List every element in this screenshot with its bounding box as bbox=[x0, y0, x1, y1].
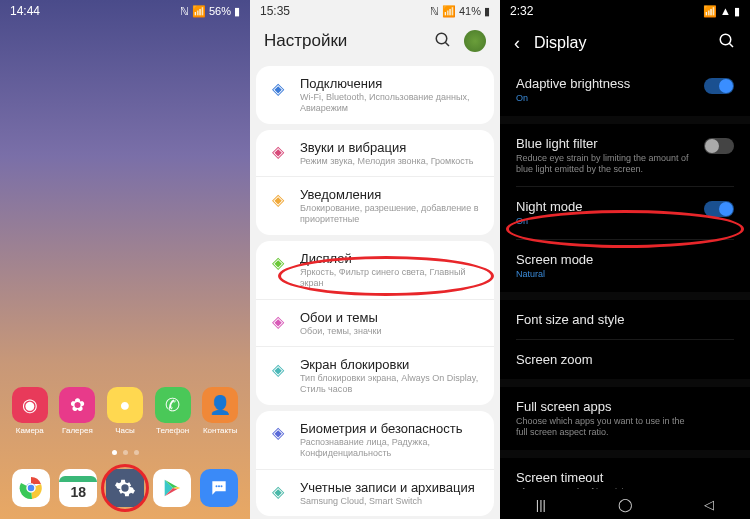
app-icon: ● bbox=[107, 387, 143, 423]
search-icon[interactable] bbox=[434, 31, 454, 51]
settings-header: Настройки bbox=[250, 22, 500, 60]
display-item-sub: On bbox=[516, 93, 734, 104]
svg-point-5 bbox=[220, 485, 222, 487]
play-store-icon[interactable] bbox=[153, 469, 191, 507]
app-Галерея[interactable]: ✿Галерея bbox=[56, 387, 98, 435]
app-Часы[interactable]: ●Часы bbox=[104, 387, 146, 435]
display-settings-panel: 2:32 📶 ▲ ▮ ‹ Display Adaptive brightness… bbox=[500, 0, 750, 519]
settings-item-sub: Wi-Fi, Bluetooth, Использование данных, … bbox=[300, 92, 482, 114]
settings-item[interactable]: ◈Обои и темыОбои, темы, значки bbox=[256, 299, 494, 347]
nfc-icon: ℕ bbox=[430, 5, 439, 18]
display-item-title: Full screen apps bbox=[516, 399, 734, 414]
calendar-icon[interactable]: 18 bbox=[59, 469, 97, 507]
settings-item-title: Уведомления bbox=[300, 187, 482, 202]
settings-group: ◈Биометрия и безопасностьРаспознавание л… bbox=[256, 411, 494, 516]
status-right: ℕ 📶 56% ▮ bbox=[180, 5, 240, 18]
display-item[interactable]: Font size and style bbox=[500, 300, 750, 339]
settings-item-sub: Samsung Cloud, Smart Switch bbox=[300, 496, 482, 507]
settings-item-sub: Тип блокировки экрана, Always On Display… bbox=[300, 373, 482, 395]
signal-icon: 📶 bbox=[192, 5, 206, 18]
settings-panel: 15:35 ℕ 📶 41% ▮ Настройки ◈ПодключенияWi… bbox=[250, 0, 500, 519]
app-icon: ✆ bbox=[155, 387, 191, 423]
app-icon: ◉ bbox=[12, 387, 48, 423]
display-item-sub: Reduce eye strain by limiting the amount… bbox=[516, 153, 734, 175]
toggle-switch[interactable] bbox=[704, 201, 734, 217]
app-icon: 👤 bbox=[202, 387, 238, 423]
settings-group: ◈ПодключенияWi-Fi, Bluetooth, Использова… bbox=[256, 66, 494, 124]
settings-item-title: Звуки и вибрация bbox=[300, 140, 482, 155]
back-icon[interactable]: ‹ bbox=[514, 33, 520, 54]
svg-point-2 bbox=[27, 484, 35, 492]
settings-item-icon: ◈ bbox=[268, 78, 288, 98]
display-item[interactable]: Screen zoom bbox=[500, 340, 750, 379]
back-button[interactable]: ◁ bbox=[704, 497, 714, 512]
status-bar: 2:32 📶 ▲ ▮ bbox=[500, 0, 750, 22]
display-item-title: Screen zoom bbox=[516, 352, 734, 367]
display-item-title: Adaptive brightness bbox=[516, 76, 734, 91]
status-right: 📶 ▲ ▮ bbox=[703, 5, 740, 18]
settings-group: ◈ДисплейЯркость, Фильтр синего света, Гл… bbox=[256, 241, 494, 405]
svg-point-3 bbox=[215, 485, 217, 487]
home-screen-panel: 14:44 ℕ 📶 56% ▮ ◉Камера✿Галерея●Часы✆Тел… bbox=[0, 0, 250, 519]
app-label: Контакты bbox=[203, 426, 238, 435]
status-bar: 15:35 ℕ 📶 41% ▮ bbox=[250, 0, 500, 22]
settings-item-sub: Режим звука, Мелодия звонка, Громкость bbox=[300, 156, 482, 167]
display-header: ‹ Display bbox=[500, 22, 750, 64]
page-title: Настройки bbox=[264, 31, 434, 51]
display-item[interactable]: Full screen appsChoose which apps you wa… bbox=[500, 387, 750, 450]
app-Камера[interactable]: ◉Камера bbox=[9, 387, 51, 435]
app-label: Галерея bbox=[62, 426, 93, 435]
settings-item-icon: ◈ bbox=[268, 142, 288, 162]
display-item[interactable]: Screen modeNatural bbox=[500, 240, 750, 292]
settings-item[interactable]: ◈Учетные записи и архивацияSamsung Cloud… bbox=[256, 469, 494, 517]
settings-item[interactable]: ◈Биометрия и безопасностьРаспознавание л… bbox=[256, 411, 494, 469]
settings-item-title: Дисплей bbox=[300, 251, 482, 266]
settings-item[interactable]: ◈Экран блокировкиТип блокировки экрана, … bbox=[256, 346, 494, 405]
svg-point-4 bbox=[218, 485, 220, 487]
battery-text: 56% bbox=[209, 5, 231, 17]
nfc-icon: ℕ bbox=[180, 5, 189, 18]
svg-point-8 bbox=[720, 34, 731, 45]
settings-item-sub: Распознавание лица, Радужка, Конфиденциа… bbox=[300, 437, 482, 459]
settings-item[interactable]: ◈УведомленияБлокирование, разрешение, до… bbox=[256, 176, 494, 235]
app-label: Телефон bbox=[156, 426, 189, 435]
chrome-icon[interactable] bbox=[12, 469, 50, 507]
battery-icon: ▮ bbox=[734, 5, 740, 18]
search-icon[interactable] bbox=[718, 32, 736, 54]
display-item-title: Font size and style bbox=[516, 312, 734, 327]
display-item[interactable]: Adaptive brightnessOn bbox=[500, 64, 750, 116]
settings-item[interactable]: ◈ПодключенияWi-Fi, Bluetooth, Использова… bbox=[256, 66, 494, 124]
signal-icon: ▲ bbox=[720, 5, 731, 17]
recent-button[interactable]: ||| bbox=[536, 497, 546, 512]
wifi-icon: 📶 bbox=[703, 5, 717, 18]
settings-item-title: Обои и темы bbox=[300, 310, 482, 325]
app-Телефон[interactable]: ✆Телефон bbox=[152, 387, 194, 435]
avatar[interactable] bbox=[464, 30, 486, 52]
display-item[interactable]: Blue light filterReduce eye strain by li… bbox=[500, 124, 750, 187]
settings-item[interactable]: ◈Звуки и вибрацияРежим звука, Мелодия зв… bbox=[256, 130, 494, 177]
display-item-title: Night mode bbox=[516, 199, 734, 214]
status-right: ℕ 📶 41% ▮ bbox=[430, 5, 490, 18]
dock: 18 bbox=[0, 469, 250, 507]
battery-text: 41% bbox=[459, 5, 481, 17]
battery-icon: ▮ bbox=[484, 5, 490, 18]
battery-icon: ▮ bbox=[234, 5, 240, 18]
svg-line-7 bbox=[445, 42, 449, 46]
settings-icon[interactable] bbox=[106, 469, 144, 507]
display-item[interactable]: Night modeOn bbox=[500, 187, 750, 239]
app-label: Камера bbox=[16, 426, 44, 435]
settings-item-icon: ◈ bbox=[268, 253, 288, 273]
settings-item-title: Экран блокировки bbox=[300, 357, 482, 372]
toggle-switch[interactable] bbox=[704, 138, 734, 154]
page-indicator bbox=[0, 450, 250, 455]
svg-point-6 bbox=[436, 33, 447, 44]
toggle-switch[interactable] bbox=[704, 78, 734, 94]
settings-item-icon: ◈ bbox=[268, 359, 288, 379]
app-Контакты[interactable]: 👤Контакты bbox=[199, 387, 241, 435]
home-button[interactable]: ◯ bbox=[618, 497, 633, 512]
display-item-title: Screen timeout bbox=[516, 470, 734, 485]
page-title: Display bbox=[534, 34, 704, 52]
settings-item-sub: Обои, темы, значки bbox=[300, 326, 482, 337]
messages-icon[interactable] bbox=[200, 469, 238, 507]
settings-item[interactable]: ◈ДисплейЯркость, Фильтр синего света, Гл… bbox=[256, 241, 494, 299]
